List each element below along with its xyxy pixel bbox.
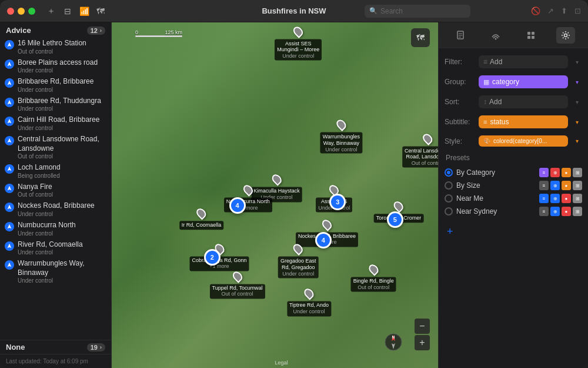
sidebar-item-status: Under control [18, 249, 106, 256]
sort-chevron[interactable]: ▾ [572, 97, 582, 107]
preset-icon: ● [562, 168, 571, 177]
map-pin[interactable]: Tuppel Rd, TocumwalOut of control [209, 271, 265, 299]
preset-icon: ≡ [539, 207, 549, 216]
svg-point-20 [495, 38, 497, 39]
fire-pin-icon [5, 241, 14, 251]
map-mini-icon[interactable]: 🗺 [95, 6, 106, 16]
map-cluster[interactable]: 3 [329, 194, 346, 210]
sidebar-item[interactable]: Central Lansdowne Road, Lansdowne Out of… [0, 133, 111, 161]
map-pin[interactable]: Ir Rd, Coomaella [179, 208, 224, 230]
map-cluster[interactable]: 2 [204, 249, 220, 266]
sidebar-item-name: River Rd, Coomaella [18, 240, 106, 250]
sort-add-button[interactable]: ↕ Add [479, 95, 568, 108]
sidebar-item-status: Under control [18, 230, 106, 237]
sidebar-item[interactable]: Warrumbungles Way, Binnaway Under contro… [0, 257, 111, 286]
pin-icon [335, 118, 348, 131]
group-chevron[interactable]: ▾ [572, 77, 582, 87]
rp-grid-button[interactable] [522, 27, 540, 44]
sidebar-item[interactable]: Numbucurra North Under control [0, 219, 111, 238]
map-pin[interactable]: WarrumbunglesWay, BinnawayUnder control [320, 120, 362, 154]
filter-add-button[interactable]: ≡ Add [479, 55, 568, 68]
group-control[interactable]: ▦ category [479, 75, 568, 88]
map-cluster[interactable]: 5 [387, 211, 403, 228]
fire-pin-icon [5, 59, 14, 69]
pin-icon [230, 270, 244, 283]
subtitle-control[interactable]: ≡ status [479, 115, 568, 128]
map-pin[interactable]: Central LansdowneRoad, LansdowneOut of c… [402, 133, 438, 167]
preset-icon: ⊕ [550, 168, 560, 177]
map-cluster[interactable]: 4 [315, 232, 332, 248]
svg-marker-5 [8, 138, 12, 143]
location-icon[interactable]: ↗ [547, 6, 554, 15]
map-area[interactable]: 0 125 km 🗺 Assist SESMungindi – MoreeUnd… [112, 22, 438, 368]
sidebar-item[interactable]: Bribbaree Rd, Thuddungra Under control [0, 95, 111, 114]
fire-pin-icon [5, 184, 14, 193]
map-pin[interactable]: Tiptree Rd, AndoUnder control [287, 288, 331, 316]
cancel-icon[interactable]: 🚫 [531, 6, 540, 15]
sidebar-item-status: Out of control [18, 153, 106, 160]
pin-icon [292, 25, 305, 38]
preset-radio[interactable] [445, 194, 453, 203]
pin-label: Bingle Rd, BingleOut of control [351, 277, 396, 292]
sidebar-item[interactable]: Boree Plains access road Under control [0, 57, 111, 76]
subtitle-chevron[interactable]: ▾ [572, 117, 582, 127]
preset-radio[interactable] [445, 207, 453, 216]
rp-signal-button[interactable] [486, 27, 505, 44]
window-split-icon[interactable]: ⊡ [574, 6, 581, 15]
minimize-button[interactable] [18, 8, 25, 15]
zoom-out-button[interactable]: − [415, 319, 430, 334]
chevron-right-icon: › [100, 28, 102, 34]
map-view-button[interactable]: 🗺 [411, 28, 430, 47]
preset-icons: ≡⊕●⊞ [539, 194, 582, 203]
sidebar-item[interactable]: Cairn Hill Road, Bribbaree Under control [0, 114, 111, 133]
preset-row[interactable]: Near Sydney ≡⊕●⊞ [445, 207, 582, 216]
preset-icon: ≡ [539, 194, 549, 203]
preset-radio[interactable] [445, 181, 453, 190]
advice-badge: 12 › [87, 26, 105, 35]
sidebar-item-name: Central Lansdowne Road, Lansdowne [18, 135, 106, 153]
sidebar-item-text: Cairn Hill Road, Bribbaree Under control [18, 115, 106, 131]
advice-count: 12 [91, 27, 98, 34]
sidebar-item-status: Under control [18, 125, 106, 131]
map-pin[interactable]: Assist SESMungindi – MoreeUnder control [275, 26, 322, 60]
svg-marker-6 [8, 167, 12, 171]
preset-row[interactable]: By Size ≡⊕●⊞ [445, 181, 582, 190]
style-chevron[interactable]: ▾ [572, 136, 582, 147]
map-cluster[interactable]: 4 [229, 197, 246, 214]
sidebar-item[interactable]: Nanya Fire Out of control [0, 181, 111, 200]
sidebar-item[interactable]: 16 Mile Lethro Station Out of control [0, 37, 111, 57]
zoom-in-button[interactable]: + [415, 335, 430, 350]
style-control[interactable]: 🎨 colored(category[0... [479, 135, 568, 147]
preset-icon: ● [562, 207, 571, 216]
rp-document-button[interactable] [452, 27, 470, 44]
svg-marker-0 [8, 42, 12, 47]
search-bar[interactable]: 🔍 Search [365, 5, 470, 18]
share-icon[interactable]: ⬆ [561, 6, 567, 15]
sidebar-item[interactable]: Loch Lamond Being controlled [0, 161, 111, 181]
preset-radio[interactable] [445, 168, 453, 177]
advice-section-header: Advice 12 › [0, 22, 111, 37]
fullscreen-button[interactable] [28, 8, 35, 15]
sidebar-icon[interactable]: ⊟ [62, 6, 73, 16]
sidebar-item[interactable]: River Rd, Coomaella Under control [0, 238, 111, 258]
sidebar-item-status: Out of control [18, 48, 106, 55]
sidebar-item[interactable]: Nockes Road, Bribbaree Under control [0, 200, 111, 219]
preset-icon: ⊞ [573, 194, 582, 203]
pin-icon [195, 207, 208, 220]
none-section-header: None 19 › [0, 340, 111, 354]
add-icon[interactable]: ＋ [46, 6, 56, 16]
titlebar: ＋ ⊟ 📶 🗺 Bushfires in NSW 🔍 Search 🚫 ↗ ⬆ … [0, 0, 588, 22]
preset-row[interactable]: Near Me ≡⊕●⊞ [445, 194, 582, 203]
wifi-icon[interactable]: 📶 [79, 6, 89, 16]
map-pin[interactable]: Bingle Rd, BingleOut of control [351, 264, 396, 292]
advice-label: Advice [6, 26, 31, 35]
sidebar-item[interactable]: Bribbaree Rd, Bribbaree Under control [0, 75, 111, 95]
svg-marker-2 [8, 81, 12, 85]
add-preset-button[interactable]: + [445, 224, 582, 239]
filter-chevron[interactable]: ▾ [572, 57, 582, 67]
map-pin[interactable]: Gregadoo EastRd, GregadooUnder control [278, 244, 319, 278]
preset-row[interactable]: By Category ≡⊕●⊞ [445, 168, 582, 177]
presets-grid: By Category ≡⊕●⊞ By Size ≡⊕●⊞ Near Me ≡⊕… [445, 168, 582, 216]
rp-settings-button[interactable] [556, 27, 575, 44]
close-button[interactable] [7, 8, 14, 15]
